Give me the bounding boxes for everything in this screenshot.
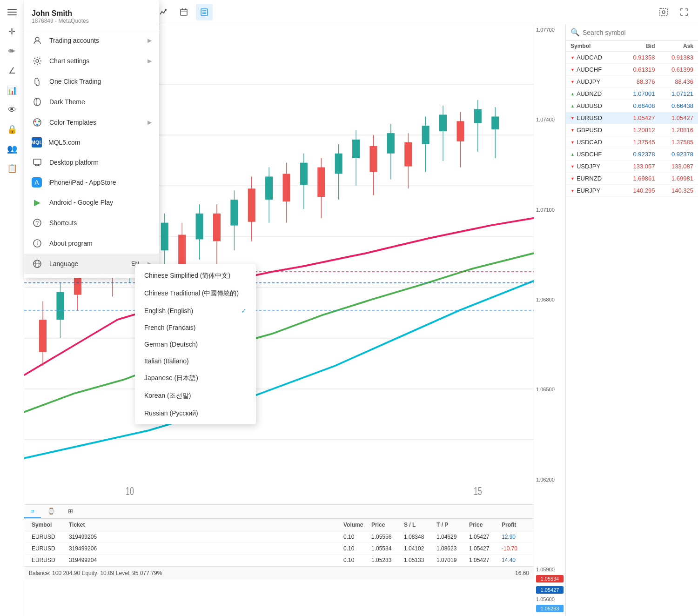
sidebar-icon-draw[interactable]: ✏: [4, 43, 20, 60]
svg-point-79: [35, 37, 39, 41]
wl-ask: 0.66438: [655, 102, 694, 109]
watchlist-row[interactable]: ▲ AUDUSD 0.66408 0.66438: [566, 100, 698, 112]
tab-history[interactable]: ⌚: [41, 505, 61, 518]
direction-arrow: ▼: [570, 67, 575, 72]
menu-label-trading-accounts: Trading accounts: [49, 37, 141, 44]
menu-item-one-click-trading[interactable]: One Click Trading: [24, 71, 159, 92]
menu-label-color-templates: Color Templates: [49, 119, 141, 126]
lang-item-italian[interactable]: Italian (Italiano): [135, 353, 256, 369]
menu-item-chart-settings[interactable]: Chart settings ▶: [24, 51, 159, 71]
menu-item-dark-theme[interactable]: Dark Theme: [24, 92, 159, 112]
tab-positions[interactable]: ≡: [24, 505, 41, 518]
direction-arrow: ▼: [570, 116, 575, 121]
watchlist-row[interactable]: ▼ AUDCAD 0.91358 0.91383: [566, 52, 698, 64]
svg-rect-63: [404, 142, 412, 167]
svg-rect-47: [265, 176, 273, 200]
lang-label-chinese-traditional: Chinese Traditional (中國傳統的): [144, 289, 239, 298]
cell-vol-1: 0.10: [341, 533, 369, 541]
wl-symbol: ▼ USDCAD: [570, 139, 617, 146]
toolbar-calendar-btn[interactable]: [175, 4, 192, 20]
price-8: 1.05600: [536, 596, 564, 602]
sidebar-icon-list[interactable]: 📋: [4, 160, 20, 177]
wl-symbol: ▼ AUDCHF: [570, 66, 617, 73]
toolbar-screenshot-btn[interactable]: [655, 4, 672, 20]
dropdown-menu: John Smith 1876849 - MetaQuotes Trading …: [24, 0, 159, 278]
menu-item-iphone-appstore[interactable]: A iPhone/iPad - AppStore: [24, 173, 159, 192]
watchlist-row[interactable]: ▼ EURJPY 140.295 140.325: [566, 185, 698, 197]
menu-label-iphone-appstore: iPhone/iPad - AppStore: [48, 179, 152, 186]
direction-arrow: ▼: [570, 188, 575, 193]
wl-ask: 140.325: [655, 187, 694, 194]
menu-item-trading-accounts[interactable]: Trading accounts ▶: [24, 30, 159, 51]
svg-rect-61: [387, 133, 395, 154]
direction-arrow: ▼: [570, 55, 575, 60]
cell-curprice-1: 1.05427: [466, 533, 499, 541]
menu-username: John Smith: [32, 9, 152, 18]
sidebar-icon-indicators[interactable]: 📊: [4, 82, 20, 99]
svg-rect-57: [352, 140, 360, 158]
watchlist-header: Symbol Bid Ask: [566, 41, 698, 52]
wl-bid: 0.61319: [617, 66, 655, 73]
lang-item-japanese[interactable]: Japanese (日本語): [135, 369, 256, 387]
watchlist-row[interactable]: ▼ AUDCHF 0.61319 0.61399: [566, 64, 698, 76]
sidebar-icon-eye[interactable]: 👁: [4, 101, 20, 118]
lang-item-german[interactable]: German (Deutsch): [135, 336, 256, 353]
sidebar-icon-tools[interactable]: ∠: [4, 62, 20, 79]
col-curprice: Price: [466, 521, 499, 529]
price-tag-light-blue: 1.05283: [536, 605, 564, 612]
wl-header-ask: Ask: [655, 43, 694, 49]
svg-rect-59: [369, 146, 377, 172]
direction-arrow: ▲: [570, 92, 575, 96]
google-play-icon: ▶: [32, 197, 43, 208]
table-row: EURUSD 319499204 0.10 1.05283 1.05133 1.…: [24, 555, 534, 566]
desktop-platform-icon: [32, 157, 43, 168]
wl-symbol: ▼ EURJPY: [570, 187, 617, 194]
search-icon: 🔍: [570, 28, 580, 37]
menu-item-mql5[interactable]: MQL MQL5.com: [24, 133, 159, 152]
menu-label-about-program: About program: [49, 240, 152, 247]
watchlist-row[interactable]: ▼ AUDJPY 88.376 88.436: [566, 76, 698, 88]
cell-ticket-3: 319499204: [66, 556, 108, 564]
hamburger-menu[interactable]: [4, 4, 20, 20]
menu-item-android-google[interactable]: ▶ Android - Google Play: [24, 192, 159, 213]
sidebar-icon-lock[interactable]: 🔒: [4, 121, 20, 138]
watchlist-row[interactable]: ▼ GBPUSD 1.20812 1.20816: [566, 124, 698, 136]
svg-point-82: [34, 121, 36, 122]
col-empty1: [108, 521, 224, 529]
price-scale: 1.07700 1.07400 1.07100 1.06800 1.06500 …: [534, 24, 565, 616]
lang-item-chinese-traditional[interactable]: Chinese Traditional (中國傳統的): [135, 285, 256, 302]
search-input[interactable]: [583, 29, 693, 36]
lang-item-chinese-simplified[interactable]: Chinese Simplified (简体中文): [135, 267, 256, 285]
price-tags: 1.05900 1.05534 1.05427 1.05600 1.05283: [535, 566, 564, 614]
sidebar-icon-accounts[interactable]: 👥: [4, 141, 20, 157]
watchlist-row[interactable]: ▲ USDCHF 0.92378 0.92378: [566, 148, 698, 161]
lang-item-french[interactable]: French (Français): [135, 319, 256, 336]
menu-item-color-templates[interactable]: Color Templates ▶: [24, 112, 159, 133]
menu-user-section: John Smith 1876849 - MetaQuotes: [24, 4, 159, 30]
direction-arrow: ▼: [570, 80, 575, 84]
menu-item-shortcuts[interactable]: ? Shortcuts: [24, 213, 159, 233]
lang-item-english[interactable]: English (English) ✓: [135, 302, 256, 319]
lang-label-french: French (Français): [144, 324, 195, 331]
shortcuts-icon: ?: [32, 217, 43, 228]
one-click-trading-icon: [32, 76, 43, 87]
watchlist-row[interactable]: ▲ AUDNZD 1.07001 1.07121: [566, 88, 698, 100]
menu-item-about-program[interactable]: i About program: [24, 233, 159, 254]
watchlist-row[interactable]: ▼ USDJPY 133.057 133.087: [566, 161, 698, 173]
toolbar-list-btn[interactable]: [196, 4, 213, 20]
lang-item-korean[interactable]: Korean (조선말): [135, 387, 256, 405]
svg-rect-67: [439, 114, 447, 131]
watchlist-row[interactable]: ▼ USDCAD 1.37545 1.37585: [566, 136, 698, 148]
cell-sl-2: 1.04102: [401, 544, 434, 553]
lang-item-russian[interactable]: Russian (Русский): [135, 405, 256, 422]
watchlist-row[interactable]: ▼ EURNZD 1.69861 1.69981: [566, 173, 698, 185]
toolbar-fullscreen-btn[interactable]: [676, 4, 692, 20]
lang-label-korean: Korean (조선말): [144, 392, 191, 400]
watchlist-row[interactable]: ▼ EURUSD 1.05427 1.05427: [566, 112, 698, 124]
wl-bid: 140.295: [617, 187, 655, 194]
sidebar-icon-crosshair[interactable]: ✛: [4, 23, 20, 40]
menu-item-desktop-platform[interactable]: Desktop platform: [24, 152, 159, 173]
menu-label-language: Language: [49, 260, 125, 268]
tab-stats[interactable]: ⊞: [61, 505, 80, 518]
wl-symbol: ▼ EURUSD: [570, 114, 617, 121]
